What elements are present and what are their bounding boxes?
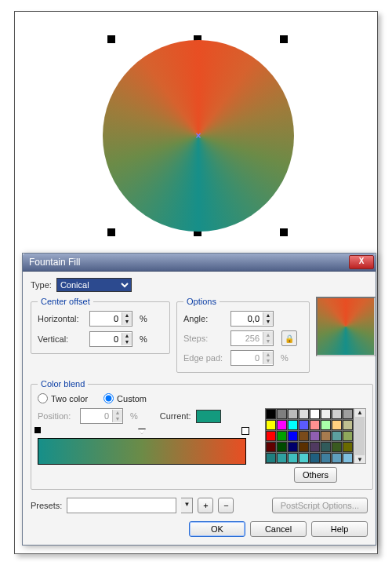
gradient-preview [316, 297, 376, 356]
type-label: Type: [31, 280, 52, 290]
options-legend: Options [183, 297, 220, 306]
palette-swatch[interactable] [310, 420, 320, 430]
preset-remove-button[interactable]: − [218, 498, 234, 513]
steps-label: Steps: [183, 334, 226, 343]
palette-swatch[interactable] [343, 409, 353, 419]
current-color-swatch[interactable] [196, 410, 221, 423]
presets-dropdown-button[interactable]: ▼ [181, 498, 193, 513]
angle-spinner[interactable]: ▲▼ [230, 311, 274, 327]
palette-swatch[interactable] [321, 442, 331, 452]
palette-swatch[interactable] [299, 453, 309, 463]
palette-swatch[interactable] [321, 409, 331, 419]
palette-swatch[interactable] [321, 420, 331, 430]
palette-swatch[interactable] [332, 420, 342, 430]
palette-swatch[interactable] [332, 431, 342, 441]
palette-swatch[interactable] [266, 431, 276, 441]
steps-lock-button[interactable]: 🔒 [281, 330, 297, 346]
palette-swatch[interactable] [321, 453, 331, 463]
center-offset-group: Center offset Horizontal: ▲▼ % Vertical: [31, 297, 170, 354]
selection-handle-sw[interactable] [107, 228, 115, 236]
palette-swatch[interactable] [288, 453, 298, 463]
vertical-spinner[interactable]: ▲▼ [89, 331, 132, 347]
palette-swatch[interactable] [288, 442, 298, 452]
palette-swatch[interactable] [310, 409, 320, 419]
palette-swatch[interactable] [277, 409, 287, 419]
spinner-down-icon[interactable]: ▼ [122, 339, 132, 345]
scroll-down-icon[interactable]: ▼ [354, 456, 365, 463]
selection-handle-ne[interactable] [280, 35, 288, 43]
palette-swatch[interactable] [266, 442, 276, 452]
palette-scrollbar[interactable]: ▲ ▼ [354, 408, 366, 464]
palette-swatch[interactable] [277, 431, 287, 441]
spinner-up-icon[interactable]: ▲ [122, 312, 132, 319]
palette-swatch[interactable] [310, 431, 320, 441]
palette-swatch[interactable] [288, 420, 298, 430]
steps-field [231, 332, 263, 345]
vertical-label: Vertical: [38, 334, 85, 344]
spinner-up-icon[interactable]: ▲ [122, 333, 132, 339]
palette-swatch[interactable] [343, 420, 353, 430]
color-palette[interactable] [265, 408, 354, 464]
others-button[interactable]: Others [294, 467, 337, 483]
color-blend-legend: Color blend [38, 379, 88, 389]
gradient-stop-start[interactable] [34, 427, 41, 433]
spinner-down-icon[interactable]: ▼ [263, 319, 273, 325]
angle-field[interactable] [231, 312, 263, 325]
palette-swatch[interactable] [277, 420, 287, 430]
palette-swatch[interactable] [288, 409, 298, 419]
cancel-button[interactable]: Cancel [250, 521, 307, 537]
spinner-down-icon[interactable]: ▼ [122, 319, 132, 325]
gradient-stop-end[interactable] [241, 427, 249, 435]
palette-swatch[interactable] [343, 442, 353, 452]
vertical-field[interactable] [90, 333, 122, 345]
spinner-up-icon[interactable]: ▲ [263, 312, 273, 319]
two-color-label: Two color [51, 394, 88, 403]
scroll-thumb[interactable] [355, 417, 365, 455]
palette-swatch[interactable] [299, 420, 309, 430]
ok-button[interactable]: OK [189, 521, 245, 537]
palette-swatch[interactable] [332, 442, 342, 452]
palette-swatch[interactable] [343, 431, 353, 441]
custom-radio[interactable]: Custom [103, 393, 147, 403]
palette-swatch[interactable] [343, 453, 353, 463]
palette-swatch[interactable] [332, 453, 342, 463]
gradient-midpoint-marker-inner [138, 429, 146, 434]
palette-swatch[interactable] [321, 431, 331, 441]
dialog-titlebar[interactable]: Fountain Fill X [23, 254, 376, 272]
palette-swatch[interactable] [288, 431, 298, 441]
palette-swatch[interactable] [332, 409, 342, 419]
position-field [81, 410, 112, 422]
help-button[interactable]: Help [311, 521, 368, 537]
spinner-down-icon: ▼ [263, 338, 273, 345]
two-color-radio[interactable]: Two color [38, 393, 88, 403]
horizontal-spinner[interactable]: ▲▼ [89, 311, 132, 327]
spinner-up-icon: ▲ [263, 332, 273, 338]
spinner-up-icon: ▲ [112, 410, 122, 416]
close-button[interactable]: X [349, 255, 374, 269]
palette-swatch[interactable] [310, 442, 320, 452]
palette-swatch[interactable] [299, 409, 309, 419]
palette-swatch[interactable] [277, 453, 287, 463]
palette-swatch[interactable] [266, 420, 276, 430]
presets-label: Presets: [31, 501, 62, 510]
percent-unit: % [130, 411, 138, 421]
center-offset-legend: Center offset [38, 297, 93, 306]
palette-swatch[interactable] [299, 442, 309, 452]
palette-swatch[interactable] [266, 453, 276, 463]
palette-swatch[interactable] [277, 442, 287, 452]
current-label: Current: [160, 411, 191, 421]
palette-swatch[interactable] [266, 409, 276, 419]
scroll-up-icon[interactable]: ▲ [354, 409, 365, 416]
palette-swatch[interactable] [310, 453, 320, 463]
fountain-fill-dialog: Fountain Fill X Type: Conical Center off… [22, 253, 376, 546]
type-select[interactable]: Conical [56, 278, 132, 292]
gradient-ramp[interactable] [38, 438, 246, 465]
presets-combo[interactable] [67, 498, 176, 513]
preset-add-button[interactable]: + [198, 498, 213, 513]
canvas-object-gradient-circle[interactable]: × [103, 40, 294, 232]
selection-handle-nw[interactable] [107, 35, 115, 43]
palette-swatch[interactable] [299, 431, 309, 441]
color-blend-group: Color blend Two color Custom Position: [31, 379, 373, 490]
selection-handle-se[interactable] [280, 228, 288, 236]
horizontal-field[interactable] [90, 312, 122, 325]
